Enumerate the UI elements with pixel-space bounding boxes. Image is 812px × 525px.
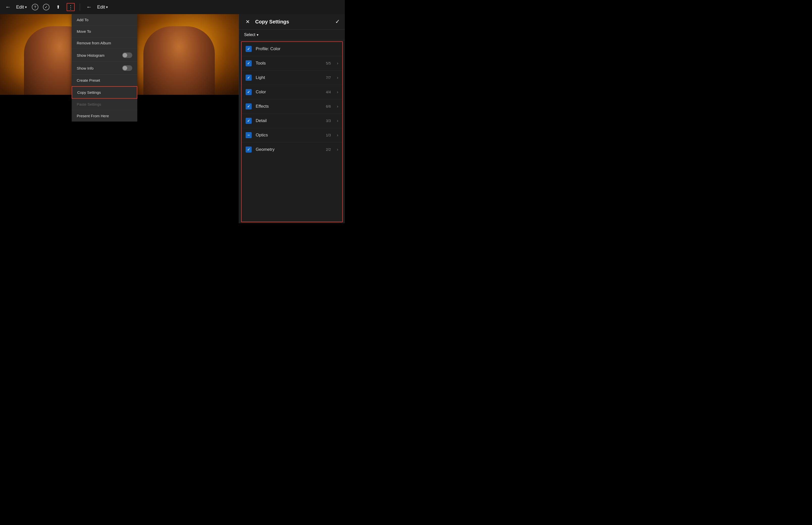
menu-item-move-to[interactable]: Move To [72, 26, 137, 37]
menu-item-remove-from-album[interactable]: Remove from Album [72, 37, 137, 49]
copy-settings-panel: ✕ Copy Settings ✓ Select ▾ ✓Profile: Col… [239, 14, 345, 223]
back-button[interactable]: ← [4, 3, 12, 11]
settings-item-profile-color[interactable]: ✓Profile: Color [242, 42, 342, 56]
copy-settings-header: ✕ Copy Settings ✓ [239, 14, 345, 30]
settings-item-optics[interactable]: −Optics1/3› [242, 128, 342, 142]
done-button[interactable]: ✓ [335, 18, 340, 25]
settings-item-geometry[interactable]: ✓Geometry2/2› [242, 142, 342, 156]
expand-icon-effects[interactable]: › [337, 104, 338, 109]
menu-item-paste-settings: Paste Settings [72, 99, 137, 110]
header-icons: ? ✓ ⬆ ⋮ [32, 3, 75, 11]
header-left: ← Edit ▾ [4, 3, 27, 11]
checkbox-tools[interactable]: ✓ [246, 60, 252, 66]
settings-item-color[interactable]: ✓Color4/4› [242, 85, 342, 99]
header-divider [80, 3, 80, 11]
settings-item-effects[interactable]: ✓Effects6/6› [242, 99, 342, 114]
photo-area: Add ToMove ToRemove from AlbumShow Histo… [0, 14, 239, 223]
menu-item-create-preset[interactable]: Create Preset [72, 75, 137, 86]
expand-icon-light[interactable]: › [337, 75, 338, 80]
app-header: ← Edit ▾ ? ✓ ⬆ ⋮ ← Edit ▾ [0, 0, 345, 14]
checkbox-geometry[interactable]: ✓ [246, 147, 252, 153]
header-right-section: ← Edit ▾ [85, 3, 108, 11]
more-button[interactable]: ⋮ [67, 3, 75, 11]
main-content: Add ToMove ToRemove from AlbumShow Histo… [0, 14, 345, 223]
close-button[interactable]: ✕ [244, 18, 251, 25]
edit2-dropdown[interactable]: Edit ▾ [97, 4, 108, 10]
settings-item-tools[interactable]: ✓Tools5/5› [242, 56, 342, 71]
share-button[interactable]: ⬆ [54, 3, 62, 11]
check-button[interactable]: ✓ [43, 4, 49, 10]
menu-item-copy-settings[interactable]: Copy Settings [72, 86, 137, 99]
menu-item-show-info[interactable]: Show Info [72, 62, 137, 75]
expand-icon-detail[interactable]: › [337, 119, 338, 123]
expand-icon-tools[interactable]: › [337, 61, 338, 65]
checkbox-profile-color[interactable]: ✓ [246, 46, 252, 52]
select-label: Select [244, 32, 255, 37]
help-button[interactable]: ? [32, 4, 38, 10]
context-menu: Add ToMove ToRemove from AlbumShow Histo… [72, 14, 137, 122]
checkbox-effects[interactable]: ✓ [246, 103, 252, 109]
panel-title: Copy Settings [255, 19, 331, 25]
expand-icon-color[interactable]: › [337, 90, 338, 94]
edit-dropdown[interactable]: Edit ▾ [16, 4, 27, 10]
select-chevron-icon: ▾ [257, 33, 259, 37]
back2-button[interactable]: ← [85, 3, 93, 11]
settings-item-light[interactable]: ✓Light7/7› [242, 71, 342, 85]
settings-item-detail[interactable]: ✓Detail3/3› [242, 114, 342, 128]
checkbox-color[interactable]: ✓ [246, 89, 252, 95]
checkbox-optics[interactable]: − [246, 132, 252, 138]
expand-icon-geometry[interactable]: › [337, 147, 338, 152]
toggle-show-histogram[interactable] [122, 52, 132, 58]
checkbox-light[interactable]: ✓ [246, 75, 252, 81]
menu-item-present-from-here[interactable]: Present From Here [72, 110, 137, 122]
menu-item-show-histogram[interactable]: Show Histogram [72, 49, 137, 62]
settings-list: ✓Profile: Color✓Tools5/5›✓Light7/7›✓Colo… [241, 41, 343, 222]
select-dropdown[interactable]: Select ▾ [239, 30, 345, 40]
checkbox-detail[interactable]: ✓ [246, 118, 252, 124]
expand-icon-optics[interactable]: › [337, 133, 338, 137]
toggle-show-info[interactable] [122, 65, 132, 71]
menu-item-add-to[interactable]: Add To [72, 14, 137, 26]
